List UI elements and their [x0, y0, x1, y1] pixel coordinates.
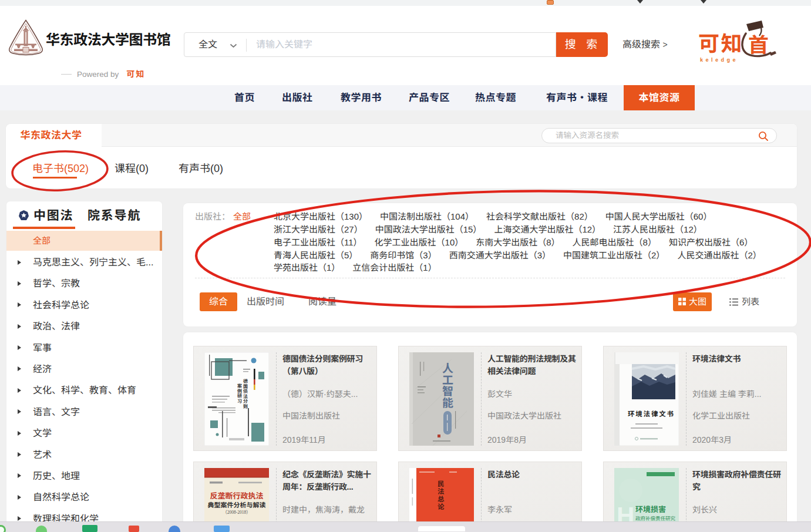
svg-text:环境法律文书: 环境法律文书 [628, 409, 675, 418]
svg-text:德国债法分则: 德国债法分则 [243, 378, 248, 409]
svg-text:案例研习: 案例研习 [237, 382, 242, 404]
svg-text:典型案件分析与解读: 典型案件分析与解读 [208, 500, 266, 509]
svg-text:（2008-2018）: （2008-2018） [223, 509, 251, 515]
svg-text:人工智能: 人工智能 [442, 359, 453, 410]
svg-text:keledge: keledge [700, 57, 738, 63]
svg-text:民法总论: 民法总论 [438, 479, 445, 511]
svg-text:政府补偿责任研究: 政府补偿责任研究 [635, 514, 676, 521]
svg-text:首: 首 [748, 28, 769, 58]
svg-text:可知: 可知 [698, 26, 743, 57]
svg-text:环境损害: 环境损害 [635, 503, 666, 514]
